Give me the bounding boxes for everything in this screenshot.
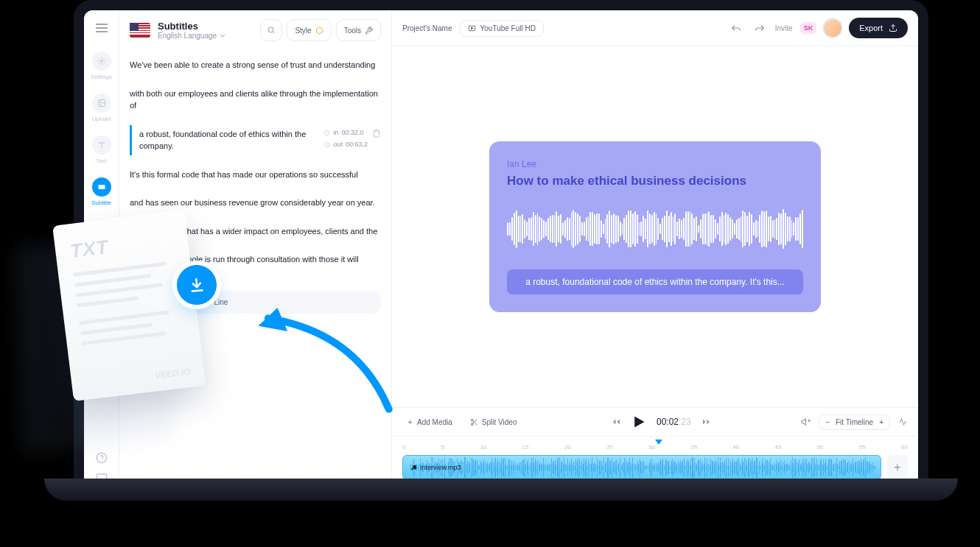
subtitle-line[interactable]: with both our employees and clients alik… bbox=[130, 85, 381, 115]
redo-button[interactable] bbox=[752, 18, 768, 38]
plus-icon bbox=[407, 419, 413, 426]
subtitle-line[interactable]: and has seen our business revenue grow c… bbox=[130, 194, 381, 212]
audio-track[interactable]: Interview.mp3 bbox=[402, 455, 881, 480]
redo-icon bbox=[755, 24, 765, 32]
subtitle-line[interactable]: business as a whole is run through consu… bbox=[130, 250, 381, 280]
subtitle-line[interactable]: It's this formal code that has made our … bbox=[130, 166, 381, 184]
chevron-down-icon bbox=[220, 34, 225, 38]
out-time[interactable]: 00:63.2 bbox=[346, 140, 368, 150]
fit-timeline-label[interactable]: Fit Timeline bbox=[836, 418, 873, 426]
export-button[interactable]: Export bbox=[849, 18, 908, 38]
user-badge[interactable]: SK bbox=[800, 22, 817, 34]
palette-icon bbox=[315, 27, 323, 35]
add-track-button[interactable]: + bbox=[887, 455, 908, 480]
subtitle-header: Subtitles English Language Style Tools bbox=[119, 10, 391, 50]
track-name: Interview.mp3 bbox=[420, 464, 461, 471]
waveform-visual bbox=[507, 203, 803, 255]
subtitle-icon bbox=[97, 183, 106, 191]
subtitle-line[interactable]: We've been able to create a strong sense… bbox=[130, 56, 381, 74]
main-sidebar: Settings Upload Text Subtitle bbox=[84, 10, 119, 490]
playhead[interactable] bbox=[655, 440, 662, 445]
timeline-ruler: 051015202530354045505560 bbox=[402, 441, 908, 455]
in-time[interactable]: 00:32.0 bbox=[341, 128, 363, 138]
svg-rect-3 bbox=[98, 185, 105, 189]
trash-icon[interactable] bbox=[372, 128, 381, 138]
scissors-icon bbox=[470, 418, 478, 426]
avatar[interactable] bbox=[824, 19, 841, 37]
resolution-selector[interactable]: YouTube Full HD bbox=[460, 20, 544, 37]
split-button[interactable]: Split Video bbox=[466, 415, 522, 429]
subtitle-line[interactable]: Every decision that has a wider impact o… bbox=[130, 222, 381, 241]
sidebar-item-label: Upload bbox=[92, 116, 111, 122]
language-selector[interactable]: English Language bbox=[158, 32, 225, 40]
subtitle-panel: Subtitles English Language Style Tools W… bbox=[119, 10, 392, 490]
laptop-base bbox=[44, 479, 958, 501]
preview-canvas[interactable]: Ian Lee How to make ethical business dec… bbox=[392, 46, 918, 407]
activity-icon[interactable] bbox=[897, 417, 908, 426]
subtitle-text[interactable]: a robust, foundational code of ethics wi… bbox=[139, 128, 316, 152]
timeline-toolbar: Add Media Split Video 00:02:23 − Fit Tim… bbox=[392, 407, 918, 436]
svg-point-7 bbox=[316, 27, 322, 33]
volume-button[interactable] bbox=[801, 417, 811, 427]
sidebar-item-chat[interactable] bbox=[87, 219, 116, 239]
rewind-button[interactable] bbox=[611, 417, 621, 426]
project-name[interactable]: Project's Name bbox=[402, 24, 452, 32]
zoom-controls: − Fit Timeline + bbox=[819, 414, 890, 430]
caption-overlay: a robust, foundational code of ethics wi… bbox=[507, 269, 803, 294]
sidebar-item-subtitle[interactable]: Subtitle bbox=[87, 177, 116, 206]
svg-point-11 bbox=[471, 419, 473, 421]
sidebar-item-label: Settings bbox=[91, 74, 112, 80]
laptop-frame: Settings Upload Text Subtitle Subtitles bbox=[74, 0, 928, 501]
current-time: 00:02:23 bbox=[657, 417, 691, 427]
play-rect-icon bbox=[468, 24, 476, 32]
search-icon bbox=[267, 26, 276, 35]
tools-button[interactable]: Tools bbox=[336, 19, 381, 41]
wrench-icon bbox=[365, 27, 373, 35]
us-flag-icon bbox=[130, 23, 150, 38]
svg-point-0 bbox=[100, 60, 102, 63]
clock-out-icon bbox=[323, 141, 330, 148]
search-button[interactable] bbox=[260, 19, 282, 41]
subtitle-line-selected[interactable]: a robust, foundational code of ethics wi… bbox=[130, 125, 381, 155]
svg-point-6 bbox=[268, 27, 273, 32]
help-icon[interactable] bbox=[96, 452, 108, 464]
upload-icon bbox=[889, 24, 897, 32]
undo-icon bbox=[731, 24, 741, 32]
svg-point-2 bbox=[99, 102, 101, 103]
speaker-name: Ian Lee bbox=[507, 159, 803, 169]
music-note-icon bbox=[410, 464, 417, 471]
hamburger-menu[interactable] bbox=[91, 18, 112, 38]
play-button[interactable] bbox=[631, 414, 646, 430]
app-screen: Settings Upload Text Subtitle Subtitles bbox=[84, 10, 918, 490]
in-label: in bbox=[333, 128, 338, 138]
sidebar-item-text[interactable]: Text bbox=[87, 135, 116, 164]
out-label: out bbox=[333, 140, 343, 150]
preview-column: Project's Name YouTube Full HD Invite SK… bbox=[392, 10, 918, 490]
sidebar-item-label: Subtitle bbox=[91, 200, 111, 206]
plus-icon bbox=[139, 299, 146, 306]
zoom-out-button[interactable]: − bbox=[825, 418, 830, 426]
svg-point-12 bbox=[471, 423, 473, 425]
panel-title: Subtitles bbox=[158, 21, 225, 32]
add-media-button[interactable]: Add Media bbox=[402, 415, 457, 429]
forward-button[interactable] bbox=[701, 417, 712, 426]
style-button[interactable]: Style bbox=[287, 19, 331, 41]
clock-in-icon bbox=[323, 130, 330, 136]
subtitle-list: We've been able to create a strong sense… bbox=[119, 50, 391, 490]
add-subtitle-button[interactable]: Add New Subtitles Line bbox=[130, 291, 381, 314]
audio-card: Ian Lee How to make ethical business dec… bbox=[489, 141, 821, 312]
text-icon bbox=[97, 141, 106, 149]
gear-icon bbox=[97, 57, 106, 66]
invite-label[interactable]: Invite bbox=[775, 24, 793, 32]
zoom-in-button[interactable]: + bbox=[879, 418, 883, 426]
undo-button[interactable] bbox=[728, 18, 744, 38]
sidebar-item-settings[interactable]: Settings bbox=[87, 52, 116, 80]
sidebar-item-label: Text bbox=[96, 158, 107, 164]
chat-icon bbox=[97, 225, 106, 233]
talk-title: How to make ethical business decisions bbox=[507, 174, 803, 188]
top-bar: Project's Name YouTube Full HD Invite SK… bbox=[392, 10, 918, 46]
image-icon bbox=[97, 99, 106, 107]
sidebar-item-upload[interactable]: Upload bbox=[87, 93, 116, 122]
